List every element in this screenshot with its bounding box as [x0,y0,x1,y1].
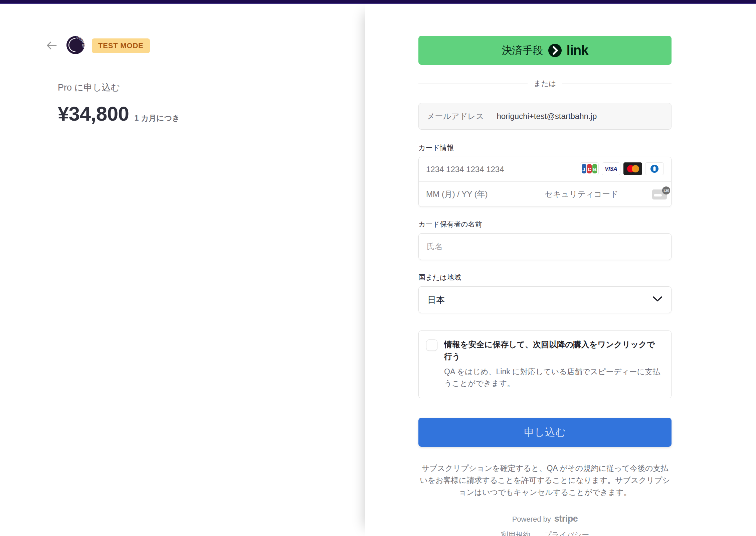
card-info-label: カード情報 [418,143,672,152]
country-select[interactable]: 日本 [418,286,672,313]
privacy-link[interactable]: プライバシー [544,530,589,536]
subscribe-submit-button[interactable]: 申し込む [418,418,672,447]
mastercard-icon [623,162,642,176]
save-info-card: 情報を安全に保存して、次回以降の購入をワンクリックで行う QA をはじめ、Lin… [418,330,672,398]
divider-line [418,84,528,84]
or-divider: または [418,80,672,88]
payment-form-panel: 決済手段 link または メールアドレス horiguchi+test@sta… [365,4,756,536]
svg-text:C: C [588,166,591,172]
card-input-group: J C B VISA [418,157,672,207]
visa-icon: VISA [602,162,620,176]
svg-text:VISA: VISA [605,166,617,172]
country-label: 国または地域 [418,273,672,282]
top-accent-bar [0,0,756,4]
product-subscribe-line: Pro に申し込む [58,82,365,94]
price-amount: ¥34,800 [58,102,129,125]
divider-line [562,84,672,84]
order-summary-panel: Startrail TEST MODE Pro に申し込む ¥34,800 1 … [0,4,365,536]
diners-icon [645,162,664,176]
subscription-terms: サブスクリプションを確定すると、QA がその規約に従って今後の支払いをお客様に請… [418,462,672,498]
stripe-logo: stripe [554,514,578,524]
link-pay-button[interactable]: 決済手段 link [418,36,672,65]
jcb-icon: J C B [580,162,599,176]
cardholder-name-label: カード保有者の名前 [418,220,672,229]
svg-text:B: B [593,166,597,172]
svg-text:135: 135 [663,189,669,193]
card-cvc-input[interactable] [545,189,648,199]
email-value: horiguchi+test@startbahn.jp [497,112,597,121]
price-interval: 1 カ月につき [134,113,180,123]
link-logo-icon [548,43,562,57]
back-button[interactable] [44,38,59,53]
test-mode-badge: TEST MODE [92,38,150,53]
or-label: または [534,79,556,89]
powered-by-text: Powered by [512,515,551,524]
email-label: メールアドレス [427,111,484,122]
email-display-field[interactable]: メールアドレス horiguchi+test@startbahn.jp [418,103,672,130]
link-pay-label: 決済手段 [502,43,543,57]
save-info-checkbox[interactable] [426,340,437,351]
powered-by-stripe: Powered by stripe [512,514,578,524]
link-wordmark: link [567,43,588,58]
cardholder-name-input[interactable] [418,233,672,260]
merchant-logo: Startrail [66,36,84,55]
save-info-title: 情報を安全に保存して、次回以降の購入をワンクリックで行う [444,339,663,363]
arrow-left-icon [45,40,58,51]
svg-text:J: J [582,166,585,172]
terms-of-service-link[interactable]: 利用規約 [501,530,530,536]
card-number-input[interactable] [426,165,580,174]
save-info-description: QA をはじめ、Link に対応している店舗でスピーディーに支払うことができます… [444,366,663,389]
chevron-down-icon [652,296,663,303]
cvc-card-icon: 135 [651,186,671,202]
country-selected-value: 日本 [427,294,445,306]
card-expiry-input[interactable] [426,189,530,199]
